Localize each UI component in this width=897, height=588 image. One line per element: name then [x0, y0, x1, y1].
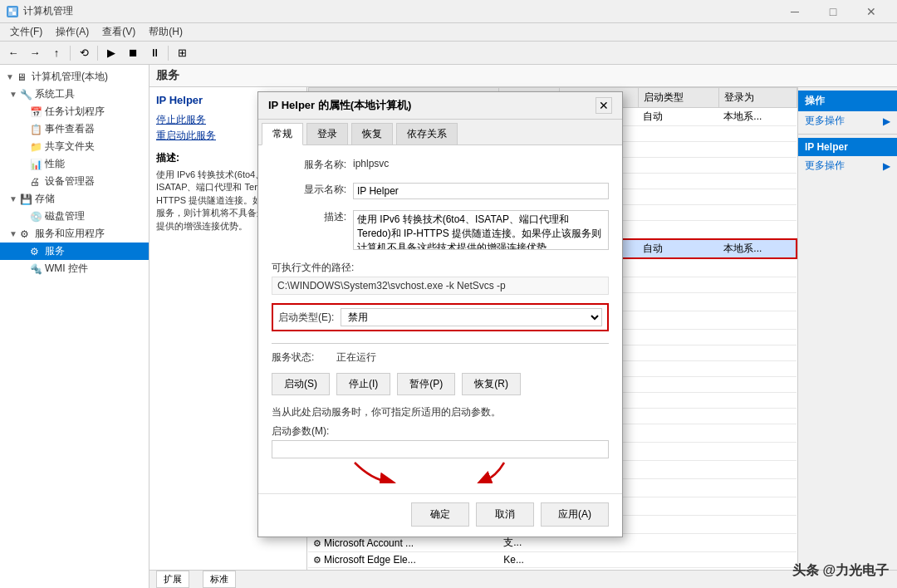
- startup-type-row: 启动类型(E): 自动 自动(延迟启动) 手动 禁用: [272, 303, 609, 331]
- service-login-cell: [718, 497, 797, 516]
- menu-action[interactable]: 操作(A): [49, 23, 96, 41]
- stop-button[interactable]: 停止(I): [336, 373, 390, 395]
- more-actions-1[interactable]: 更多操作 ▶: [798, 111, 897, 130]
- display-name-input[interactable]: [353, 183, 609, 199]
- dialog-title-bar: IP Helper 的属性(本地计算机) ✕: [258, 92, 622, 120]
- toolbar-grid[interactable]: ⊞: [172, 44, 192, 62]
- params-input[interactable]: [272, 440, 609, 458]
- toolbar-sep1: [70, 46, 71, 61]
- sidebar-item-tasks[interactable]: 📅 任务计划程序: [0, 103, 149, 120]
- service-startup-cell: [638, 345, 718, 361]
- service-startup-cell: [638, 443, 718, 461]
- expand-icon-disk: [17, 210, 30, 223]
- startup-type-select[interactable]: 自动 自动(延迟启动) 手动 禁用: [341, 308, 602, 326]
- service-startup-cell: [638, 497, 718, 516]
- service-control-buttons: 启动(S) 停止(I) 暂停(P) 恢复(R): [272, 373, 609, 395]
- sidebar-label-events: 事件查看器: [45, 122, 95, 136]
- expand-icon-perf: [17, 158, 30, 171]
- service-login-cell: [718, 189, 797, 205]
- title-bar-left: 计算机管理: [7, 4, 73, 18]
- maximize-button[interactable]: □: [814, 0, 852, 23]
- tab-standard[interactable]: 标准: [203, 571, 236, 588]
- service-startup-cell: [638, 479, 718, 497]
- arrow-svg-1: [338, 458, 438, 483]
- service-startup-cell: [638, 142, 718, 158]
- dialog-footer: 确定 取消 应用(A): [258, 493, 622, 537]
- service-startup-cell: [638, 377, 718, 393]
- sidebar-item-events[interactable]: 📋 事件查看器: [0, 120, 149, 138]
- ok-button[interactable]: 确定: [411, 502, 469, 527]
- tab-login[interactable]: 登录: [306, 123, 348, 145]
- sidebar-label-shared: 共享文件夹: [45, 140, 95, 154]
- service-startup-cell: [638, 126, 718, 142]
- desc-textarea[interactable]: 使用 IPv6 转换技术(6to4、ISATAP、端口代理和 Teredo)和 …: [353, 210, 609, 250]
- arrows-container: [272, 458, 609, 483]
- startup-type-label: 启动类型(E):: [278, 311, 334, 325]
- service-login-cell: [718, 205, 797, 221]
- service-login-cell: [718, 174, 797, 189]
- sidebar-item-storage[interactable]: ▼ 💾 存储: [0, 190, 149, 208]
- service-startup-cell: 自动: [638, 108, 718, 126]
- table-row[interactable]: ⚙ Microsoft Edge Ele...Ke...: [308, 552, 797, 568]
- service-login-cell: [718, 158, 797, 174]
- tab-recovery[interactable]: 恢复: [351, 123, 393, 145]
- service-name-value: iphlpsvc: [353, 155, 609, 169]
- sidebar-item-services[interactable]: ⚙ 服务: [0, 243, 149, 260]
- desc-row: 描述: 使用 IPv6 转换技术(6to4、ISATAP、端口代理和 Tered…: [272, 208, 609, 252]
- service-login-cell: [718, 516, 797, 534]
- service-startup-cell: [638, 534, 718, 552]
- tab-general[interactable]: 常规: [262, 123, 303, 145]
- more-actions-2[interactable]: 更多操作 ▶: [798, 156, 897, 175]
- toolbar-sep2: [97, 46, 98, 61]
- resume-button[interactable]: 恢复(R): [462, 373, 521, 395]
- tab-extended[interactable]: 扩展: [156, 571, 189, 588]
- start-button[interactable]: 启动(S): [272, 373, 330, 395]
- dialog-close-button[interactable]: ✕: [596, 97, 612, 114]
- service-login-cell: [718, 345, 797, 361]
- minimize-button[interactable]: ─: [776, 0, 814, 23]
- sidebar-item-shared[interactable]: 📁 共享文件夹: [0, 138, 149, 155]
- close-button[interactable]: ✕: [852, 0, 890, 23]
- sidebar-label-tasks: 任务计划程序: [45, 105, 105, 119]
- service-startup-cell: [638, 393, 718, 409]
- sidebar-item-devices[interactable]: 🖨 设备管理器: [0, 173, 149, 190]
- sidebar-label-root: 计算机管理(本地): [32, 70, 108, 84]
- arrow-svg-2: [438, 458, 537, 483]
- tab-dependencies[interactable]: 依存关系: [396, 123, 458, 145]
- service-startup-cell: [638, 409, 718, 424]
- sidebar-item-svcapps[interactable]: ▼ ⚙ 服务和应用程序: [0, 225, 149, 243]
- toolbar-back[interactable]: ←: [3, 44, 23, 62]
- service-startup-cell: [638, 461, 718, 479]
- toolbar-pause[interactable]: ⏸: [145, 44, 164, 62]
- toolbar-forward[interactable]: →: [25, 44, 45, 62]
- window-controls: ─ □ ✕: [776, 0, 890, 23]
- toolbar-play[interactable]: ▶: [101, 44, 121, 62]
- services-icon: ⚙: [30, 246, 43, 257]
- toolbar-refresh[interactable]: ⟲: [74, 44, 94, 62]
- sidebar-item-root[interactable]: ▼ 🖥 计算机管理(本地): [0, 68, 149, 86]
- wmi-icon: 🔩: [30, 263, 43, 275]
- disk-icon: 💿: [30, 211, 43, 223]
- toolbar-stop[interactable]: ⏹: [123, 44, 143, 62]
- sidebar-item-tools[interactable]: ▼ 🔧 系统工具: [0, 86, 149, 103]
- service-startup-cell: [638, 516, 718, 534]
- service-login-cell: [718, 126, 797, 142]
- services-header: 服务: [150, 65, 897, 87]
- menu-view[interactable]: 查看(V): [96, 23, 142, 41]
- toolbar-up[interactable]: ↑: [47, 44, 66, 62]
- apply-button[interactable]: 应用(A): [541, 502, 609, 527]
- menu-file[interactable]: 文件(F): [3, 23, 49, 41]
- menu-help[interactable]: 帮助(H): [142, 23, 189, 41]
- cancel-button[interactable]: 取消: [476, 502, 534, 527]
- sidebar-item-wmi[interactable]: 🔩 WMI 控件: [0, 260, 149, 277]
- svg-rect-2: [12, 12, 16, 15]
- col-startup[interactable]: 启动类型: [638, 88, 718, 108]
- svg-rect-1: [9, 8, 12, 12]
- performance-icon: 📊: [30, 159, 43, 170]
- sidebar: ▼ 🖥 计算机管理(本地) ▼ 🔧 系统工具 📅 任务计划程序 📋 事件查看器 …: [0, 65, 150, 588]
- service-list-name: Microsoft Account ...: [324, 537, 414, 549]
- pause-button[interactable]: 暂停(P): [397, 373, 455, 395]
- col-login[interactable]: 登录为: [718, 88, 797, 108]
- sidebar-item-disk[interactable]: 💿 磁盘管理: [0, 208, 149, 225]
- sidebar-item-performance[interactable]: 📊 性能: [0, 155, 149, 173]
